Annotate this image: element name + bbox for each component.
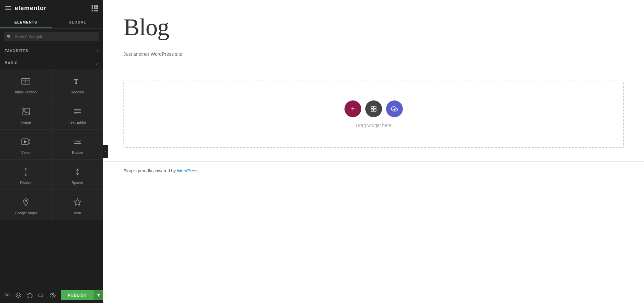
favorites-section-header[interactable]: FAVORITES › xyxy=(0,45,103,57)
inner-section-icon xyxy=(20,75,32,87)
layers-icon[interactable] xyxy=(15,292,21,298)
google-maps-label: Google Maps xyxy=(15,211,37,215)
svg-rect-32 xyxy=(39,294,43,297)
favorites-chevron-icon: › xyxy=(97,48,99,53)
tab-elements[interactable]: ELEMENTS xyxy=(0,16,52,28)
google-maps-icon xyxy=(20,196,32,208)
add-widget-button[interactable]: + xyxy=(344,100,361,117)
svg-rect-37 xyxy=(374,109,376,112)
svg-point-28 xyxy=(25,200,26,202)
widget-divider[interactable]: Divider xyxy=(0,160,52,190)
svg-rect-35 xyxy=(374,106,376,109)
inner-section-label: Inner Section xyxy=(15,90,37,94)
responsive-icon[interactable] xyxy=(38,292,44,298)
drop-zone-container: + xyxy=(103,67,644,161)
svg-rect-36 xyxy=(371,109,374,112)
blog-subtitle: Just another WordPress site xyxy=(123,45,624,60)
text-editor-icon xyxy=(71,105,84,118)
sidebar: elementor ELEMENTS GLOBAL FAVORITES › BA… xyxy=(0,0,103,303)
widget-text-editor[interactable]: Text Editor xyxy=(52,99,103,129)
sidebar-tabs: ELEMENTS GLOBAL xyxy=(0,16,103,29)
sidebar-collapse-toggle[interactable]: ‹ xyxy=(103,145,108,158)
blog-title: Blog xyxy=(123,13,624,41)
button-label: Button xyxy=(72,150,83,155)
sidebar-header: elementor xyxy=(0,0,103,16)
blog-footer: Blog is proudly powered by WordPress xyxy=(103,161,644,180)
svg-point-8 xyxy=(23,110,25,111)
widget-spacer[interactable]: Spacer xyxy=(52,160,103,190)
spacer-label: Spacer xyxy=(72,181,84,185)
sidebar-bottom-toolbar: PUBLISH ▼ xyxy=(0,287,103,303)
basic-chevron-icon: ⌄ xyxy=(95,60,99,66)
svg-point-30 xyxy=(6,294,8,296)
divider-icon xyxy=(20,166,32,178)
apps-grid-icon[interactable] xyxy=(92,5,98,11)
hamburger-menu-icon[interactable] xyxy=(5,5,11,11)
button-icon xyxy=(71,136,84,148)
history-icon[interactable] xyxy=(27,292,33,298)
add-template-button[interactable] xyxy=(365,100,382,117)
publish-dropdown-button[interactable]: ▼ xyxy=(93,290,103,300)
svg-point-33 xyxy=(52,294,54,296)
widget-icon[interactable]: Icon xyxy=(52,190,103,220)
svg-marker-31 xyxy=(16,293,21,296)
canvas: Blog Just another WordPress site + xyxy=(103,0,644,303)
divider-label: Divider xyxy=(20,181,32,185)
basic-section-header[interactable]: BASIC ⌄ xyxy=(0,57,103,69)
widget-image[interactable]: Image xyxy=(0,99,52,129)
canvas-area: Blog Just another WordPress site + xyxy=(103,0,644,303)
icon-widget-label: Icon xyxy=(74,211,81,215)
heading-icon: T xyxy=(71,75,84,87)
drop-zone-label: Drag widget here xyxy=(356,123,392,128)
widget-google-maps[interactable]: Google Maps xyxy=(0,190,52,220)
text-editor-label: Text Editor xyxy=(69,120,86,124)
basic-section-label: BASIC xyxy=(5,61,18,65)
widget-video[interactable]: Video xyxy=(0,129,52,160)
settings-icon[interactable] xyxy=(4,292,10,298)
widget-grid: Inner Section T Heading Image xyxy=(0,69,103,220)
svg-marker-22 xyxy=(25,174,26,175)
publish-button[interactable]: PUBLISH xyxy=(61,290,93,300)
search-input[interactable] xyxy=(4,32,99,41)
svg-marker-21 xyxy=(25,169,26,170)
svg-rect-34 xyxy=(371,106,374,109)
widget-inner-section[interactable]: Inner Section xyxy=(0,69,52,99)
favorites-section-label: FAVORITES xyxy=(5,49,29,53)
svg-marker-14 xyxy=(24,140,27,143)
heading-label: Heading xyxy=(71,90,85,94)
svg-rect-7 xyxy=(22,108,30,115)
image-label: Image xyxy=(21,120,31,124)
video-icon xyxy=(20,136,32,148)
drop-zone-actions: + xyxy=(344,100,403,117)
svg-marker-29 xyxy=(74,199,82,206)
add-cloud-button[interactable] xyxy=(386,100,403,117)
widget-drop-zone[interactable]: + xyxy=(123,81,624,148)
image-icon xyxy=(20,105,32,118)
widget-heading[interactable]: T Heading xyxy=(52,69,103,99)
tab-global[interactable]: GLOBAL xyxy=(52,16,103,28)
widget-button[interactable]: Button xyxy=(52,129,103,160)
svg-text:T: T xyxy=(74,78,78,85)
blog-header-section: Blog Just another WordPress site xyxy=(103,0,644,67)
footer-text: Blog is proudly powered by xyxy=(123,168,177,173)
preview-icon[interactable] xyxy=(50,292,56,298)
video-label: Video xyxy=(21,150,31,155)
footer-wordpress-link[interactable]: WordPress xyxy=(177,168,199,173)
widget-search-container xyxy=(0,29,103,45)
spacer-icon xyxy=(71,166,84,178)
publish-button-group: PUBLISH ▼ xyxy=(61,290,103,300)
elementor-logo: elementor xyxy=(15,5,47,12)
icon-widget-icon xyxy=(71,196,84,208)
